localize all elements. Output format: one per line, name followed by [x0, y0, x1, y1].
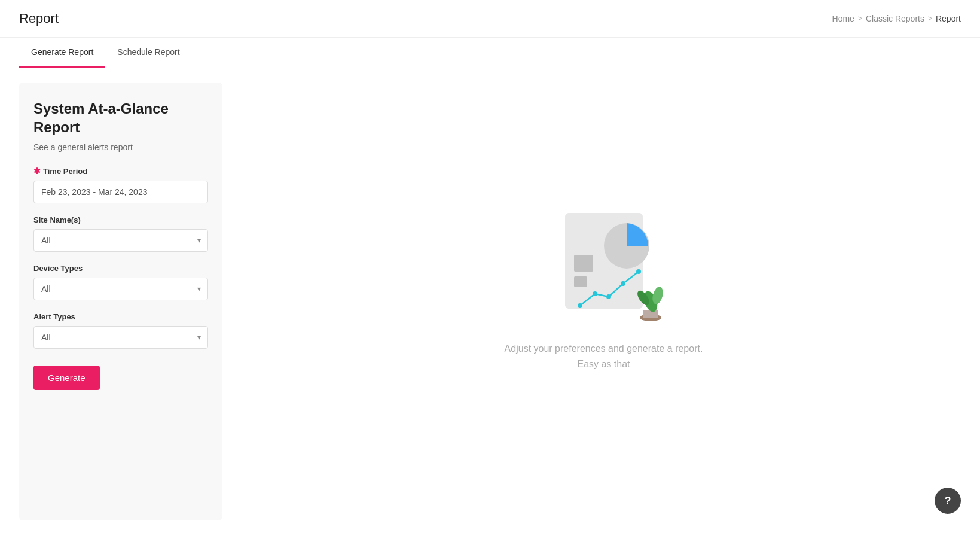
time-period-label: ✱ Time Period	[33, 166, 208, 176]
breadcrumb-sep1: >	[858, 14, 862, 23]
device-types-wrapper: All ▾	[33, 278, 208, 300]
site-names-wrapper: All ▾	[33, 229, 208, 252]
alert-types-group: Alert Types All ▾	[33, 312, 208, 349]
report-title: System At-a-Glance Report	[33, 99, 208, 136]
device-types-label: Device Types	[33, 264, 208, 273]
alert-types-select[interactable]: All	[33, 326, 208, 349]
main-content: System At-a-Glance Report See a general …	[0, 68, 980, 533]
svg-point-7	[621, 281, 625, 286]
required-star: ✱	[33, 166, 41, 176]
breadcrumb-current: Report	[936, 14, 961, 23]
svg-rect-3	[574, 276, 587, 287]
time-period-group: ✱ Time Period	[33, 166, 208, 203]
device-types-select[interactable]: All	[33, 278, 208, 300]
svg-point-6	[606, 294, 611, 299]
empty-state-panel: Adjust your preferences and generate a r…	[246, 83, 961, 520]
svg-point-8	[636, 269, 641, 274]
report-subtitle: See a general alerts report	[33, 142, 208, 152]
report-illustration	[538, 195, 670, 327]
breadcrumb-sep2: >	[928, 14, 932, 23]
tabs-container: Generate Report Schedule Report	[0, 38, 980, 68]
svg-rect-2	[574, 255, 593, 272]
header: Report Home > Classic Reports > Report	[0, 0, 980, 38]
help-button[interactable]: ?	[935, 488, 961, 514]
breadcrumb-classic-reports[interactable]: Classic Reports	[866, 14, 924, 23]
breadcrumb: Home > Classic Reports > Report	[832, 14, 961, 23]
svg-point-4	[578, 303, 582, 308]
empty-state-text: Adjust your preferences and generate a r…	[505, 341, 703, 371]
device-types-group: Device Types All ▾	[33, 264, 208, 300]
report-form-panel: System At-a-Glance Report See a general …	[19, 83, 222, 520]
svg-point-5	[593, 291, 597, 296]
alert-types-wrapper: All ▾	[33, 326, 208, 349]
tab-generate-report[interactable]: Generate Report	[19, 38, 105, 68]
site-names-label: Site Name(s)	[33, 215, 208, 224]
svg-rect-10	[643, 310, 658, 318]
time-period-input[interactable]	[33, 181, 208, 203]
tab-schedule-report[interactable]: Schedule Report	[105, 38, 191, 68]
breadcrumb-home[interactable]: Home	[832, 14, 854, 23]
page-title: Report	[19, 11, 59, 26]
alert-types-label: Alert Types	[33, 312, 208, 321]
generate-button[interactable]: Generate	[33, 366, 100, 390]
site-names-select[interactable]: All	[33, 229, 208, 252]
site-names-group: Site Name(s) All ▾	[33, 215, 208, 252]
